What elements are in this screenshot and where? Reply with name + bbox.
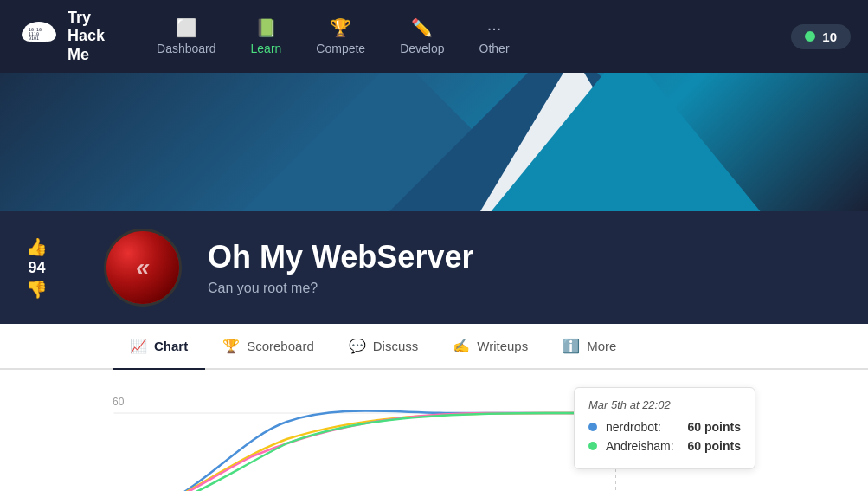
scoreboard-tab-icon: 🏆 <box>222 338 240 354</box>
tooltip-name-0: nerdrobot: <box>606 420 679 434</box>
user-indicator[interactable]: 10 <box>791 24 851 49</box>
tabs-bar: 📈 Chart 🏆 Scoreboard 💬 Discuss ✍️ Writeu… <box>0 324 868 370</box>
nav-label-develop: Develop <box>400 42 444 55</box>
chart-container: Mar 5th at 22:02 nerdrobot: 60 points An… <box>113 396 755 491</box>
develop-icon: ✏️ <box>411 17 433 38</box>
chart-tab-icon: 📈 <box>130 338 147 354</box>
tooltip-entry-0: nerdrobot: 60 points <box>588 420 741 434</box>
compete-icon: 🏆 <box>330 17 351 38</box>
user-score: 10 <box>822 29 837 44</box>
discuss-tab-icon: 💬 <box>349 338 366 354</box>
logo-icon: 10 10 1110 0101 <box>17 15 61 58</box>
vote-count: 94 <box>28 259 45 277</box>
dashboard-icon: ⬜ <box>176 17 197 38</box>
tooltip-points-0: 60 points <box>688 420 741 434</box>
tab-discuss[interactable]: 💬 Discuss <box>331 324 436 370</box>
tab-more[interactable]: ℹ️ More <box>545 324 633 370</box>
hero-shape-3 <box>470 73 781 211</box>
nav-item-other[interactable]: ··· Other <box>462 10 527 64</box>
nav-items: ⬜ Dashboard 📗 Learn 🏆 Compete ✏️ Develop… <box>139 9 527 64</box>
online-dot <box>805 31 815 42</box>
tab-writeups[interactable]: ✍️ Writeups <box>435 324 545 370</box>
room-avatar: « <box>104 229 182 307</box>
tab-chart-label: Chart <box>154 339 188 353</box>
nav-item-dashboard[interactable]: ⬜ Dashboard <box>139 9 234 64</box>
tooltip-date: Mar 5th at 22:02 <box>588 398 741 411</box>
tooltip-dot-0 <box>588 423 597 431</box>
downvote-button[interactable]: 👎 <box>26 281 48 298</box>
tooltip-name-1: Andreisham: <box>606 439 679 453</box>
tab-writeups-label: Writeups <box>477 339 528 353</box>
nav-label-compete: Compete <box>316 42 365 55</box>
chart-tooltip: Mar 5th at 22:02 nerdrobot: 60 points An… <box>574 387 755 469</box>
hero-banner <box>0 73 868 211</box>
room-title: Oh My WebServer <box>208 239 842 275</box>
navbar: 10 10 1110 0101 Try Hack Me ⬜ Dashboard … <box>0 0 868 73</box>
nav-label-learn: Learn <box>251 42 282 55</box>
avatar-image: « <box>106 231 179 304</box>
tooltip-entry-1: Andreisham: 60 points <box>588 439 741 453</box>
learn-icon: 📗 <box>255 17 277 38</box>
nav-item-learn[interactable]: 📗 Learn <box>234 9 299 64</box>
nav-label-other: Other <box>479 42 510 55</box>
tab-scoreboard[interactable]: 🏆 Scoreboard <box>205 324 331 370</box>
tooltip-points-1: 60 points <box>688 439 741 453</box>
nav-item-compete[interactable]: 🏆 Compete <box>299 9 383 64</box>
tab-discuss-label: Discuss <box>373 339 419 353</box>
vote-section: 👍 94 👎 <box>26 238 48 298</box>
more-tab-icon: ℹ️ <box>563 338 580 354</box>
tooltip-dot-1 <box>588 442 597 450</box>
room-subtitle: Can you root me? <box>208 281 842 296</box>
writeups-tab-icon: ✍️ <box>453 338 470 354</box>
nav-item-develop[interactable]: ✏️ Develop <box>383 9 461 64</box>
tab-chart[interactable]: 📈 Chart <box>113 324 205 370</box>
other-icon: ··· <box>487 18 502 38</box>
chart-area: 60 Mar 5th at 22:02 nerdrobot: <box>0 370 868 491</box>
tab-more-label: More <box>587 339 616 353</box>
tab-scoreboard-label: Scoreboard <box>247 339 314 353</box>
svg-text:0101: 0101 <box>29 36 39 41</box>
logo[interactable]: 10 10 1110 0101 Try Hack Me <box>17 9 105 65</box>
room-info: Oh My WebServer Can you root me? <box>208 239 842 296</box>
upvote-button[interactable]: 👍 <box>26 238 48 255</box>
nav-label-dashboard: Dashboard <box>157 42 216 55</box>
room-header: 👍 94 👎 « Oh My WebServer Can you root me… <box>0 211 868 324</box>
logo-text: Try Hack Me <box>68 9 105 65</box>
